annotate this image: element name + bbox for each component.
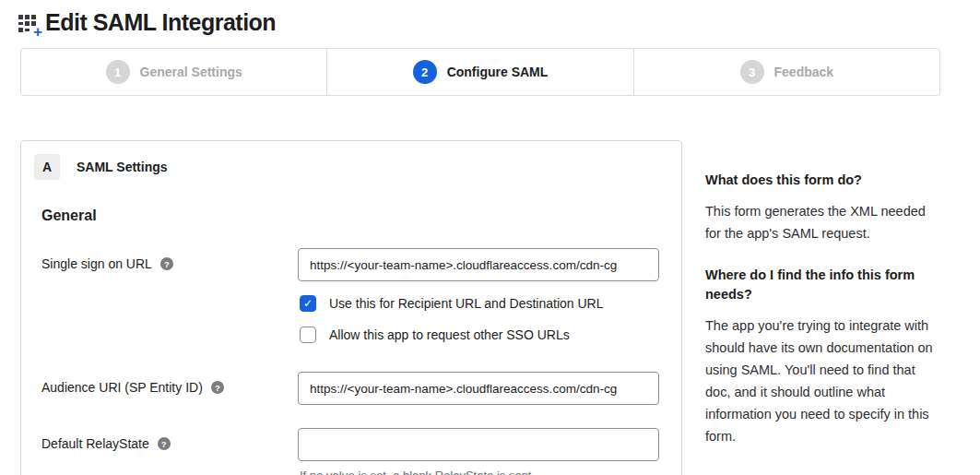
field-row-sso-url: Single sign on URL ? ✓ Use this for Reci… [41, 248, 659, 343]
section-title: SAML Settings [77, 160, 168, 174]
audience-uri-input[interactable] [298, 372, 659, 405]
step-2-label: Configure SAML [447, 65, 549, 79]
field-row-relay-state: Default RelayState ? If no value is set,… [41, 428, 659, 475]
page-header: + Edit SAML Integration [0, 0, 980, 36]
wizard-step-configure-saml[interactable]: 2 Configure SAML [326, 49, 632, 95]
saml-settings-panel: A SAML Settings General Single sign on U… [20, 140, 682, 475]
section-badge: A [34, 154, 60, 180]
other-sso-checkbox-label: Allow this app to request other SSO URLs [329, 327, 570, 342]
field-row-audience-uri: Audience URI (SP Entity ID) ? [41, 372, 659, 405]
help-sidebar: What does this form do? This form genera… [705, 140, 938, 469]
plus-icon: + [33, 24, 42, 40]
relay-state-help-icon[interactable]: ? [158, 437, 171, 450]
check-icon: ✓ [303, 298, 313, 309]
step-3-label: Feedback [774, 65, 834, 79]
help-section-form-purpose: What does this form do? This form genera… [705, 171, 938, 244]
wizard-step-bar: 1 General Settings 2 Configure SAML 3 Fe… [20, 48, 940, 96]
recipient-url-checkbox[interactable]: ✓ [300, 295, 316, 312]
step-1-label: General Settings [140, 65, 242, 79]
help-body: The app you're trying to integrate with … [705, 315, 938, 447]
help-section-find-info: Where do I find the info this form needs… [705, 266, 938, 447]
recipient-url-checkbox-label: Use this for Recipient URL and Destinati… [329, 296, 604, 311]
recipient-url-checkbox-row[interactable]: ✓ Use this for Recipient URL and Destina… [298, 295, 659, 312]
audience-uri-label: Audience URI (SP Entity ID) [41, 380, 203, 395]
app-grid-add-icon: + [18, 13, 41, 35]
sso-url-help-icon[interactable]: ? [160, 257, 173, 270]
step-3-number: 3 [740, 60, 764, 84]
wizard-step-general-settings[interactable]: 1 General Settings [21, 49, 326, 95]
relay-state-hint: If no value is set, a blank RelayState i… [298, 469, 659, 475]
section-header: A SAML Settings [34, 154, 681, 180]
page-title: Edit SAML Integration [45, 9, 276, 36]
sso-url-label: Single sign on URL [41, 256, 152, 271]
other-sso-checkbox[interactable]: ✓ [300, 327, 316, 343]
wizard-step-feedback[interactable]: 3 Feedback [633, 49, 939, 95]
help-body: This form generates the XML needed for t… [705, 200, 938, 244]
audience-uri-help-icon[interactable]: ? [211, 381, 224, 394]
relay-state-input[interactable] [298, 428, 659, 461]
step-1-number: 1 [106, 60, 130, 84]
help-heading: Where do I find the info this form needs… [705, 266, 938, 304]
help-heading: What does this form do? [705, 171, 938, 190]
other-sso-checkbox-row[interactable]: ✓ Allow this app to request other SSO UR… [298, 327, 659, 343]
group-title-general: General [41, 208, 659, 224]
sso-url-input[interactable] [298, 248, 659, 281]
step-2-number: 2 [413, 60, 437, 84]
relay-state-label: Default RelayState [41, 436, 149, 451]
